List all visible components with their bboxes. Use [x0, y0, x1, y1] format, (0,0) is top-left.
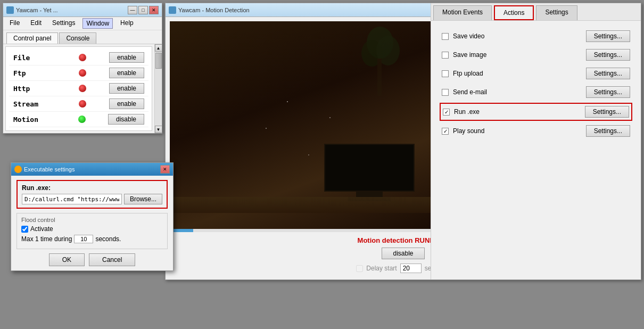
menu-file[interactable]: File — [6, 18, 23, 29]
run-exe-section-label: Run .exe: — [22, 184, 162, 192]
run-exe-section: Run .exe: Browse... — [16, 180, 168, 209]
service-motion: Motion disable — [9, 112, 148, 127]
camera-view — [170, 21, 431, 229]
menu-window[interactable]: Window — [82, 18, 113, 29]
win2-icon — [169, 6, 176, 14]
particle-1 — [287, 101, 288, 102]
run-exe-settings-button[interactable]: Settings... — [585, 106, 629, 118]
menu-edit[interactable]: Edit — [27, 18, 45, 29]
save-image-settings-button[interactable]: Settings... — [586, 49, 630, 61]
service-stream-name: Stream — [13, 100, 56, 108]
service-http-status — [79, 85, 86, 92]
action-run-exe: ✓ Run .exe Settings... — [440, 103, 632, 121]
run-exe-input[interactable] — [22, 194, 122, 204]
action-save-video: Save video Settings... — [440, 27, 632, 46]
ftp-upload-checkbox[interactable] — [442, 70, 449, 77]
play-sound-checkbox[interactable]: ✓ — [442, 128, 449, 135]
win1-scrollbar[interactable]: ▲ ▼ — [154, 44, 162, 133]
tab-console[interactable]: Console — [59, 32, 96, 44]
motion-detection-window: Yawcam - Motion Detection — □ ✕ — [165, 3, 641, 280]
exe-close-button[interactable]: ✕ — [160, 165, 170, 174]
scroll-up-arrow[interactable]: ▲ — [155, 44, 162, 52]
delay-checkbox[interactable] — [356, 265, 363, 272]
service-ftp-name: Ftp — [13, 69, 56, 77]
exe-action-buttons: OK Cancel — [16, 253, 168, 266]
exe-title-area: Executable settings — [14, 166, 75, 173]
ftp-upload-settings-button[interactable]: Settings... — [586, 68, 630, 79]
play-sound-settings-button[interactable]: Settings... — [586, 125, 630, 137]
send-email-settings-button[interactable]: Settings... — [586, 86, 630, 98]
action-send-email: Send e-mail Settings... — [440, 83, 632, 102]
run-exe-checkbox[interactable]: ✓ — [443, 109, 450, 116]
save-image-label: Save image — [453, 51, 582, 59]
service-ftp-status — [79, 69, 86, 77]
delay-input[interactable] — [400, 264, 422, 273]
service-ftp: Ftp enable — [9, 65, 148, 81]
service-http: Http enable — [9, 81, 148, 96]
action-ftp-upload: Ftp upload Settings... — [440, 64, 632, 83]
ok-button[interactable]: OK — [49, 253, 85, 266]
executable-settings-dialog: Executable settings ✕ Run .exe: Browse..… — [11, 162, 174, 271]
tab-settings[interactable]: Settings — [536, 5, 577, 20]
win1-menubar: File Edit Settings Window Help — [3, 17, 162, 30]
flood-control-label: Flood control — [21, 217, 163, 223]
svg-rect-3 — [377, 59, 382, 96]
browse-button[interactable]: Browse... — [124, 194, 162, 204]
flood-control-title-text: Flood control — [21, 217, 55, 223]
win2-title-area: Yawcam - Motion Detection — [169, 6, 250, 14]
desk-surface — [170, 197, 431, 213]
activate-checkbox[interactable] — [21, 226, 28, 233]
tab-actions[interactable]: Actions — [494, 5, 534, 20]
exe-icon — [14, 166, 22, 173]
delay-label: Delay start — [366, 265, 397, 272]
win1-icon — [6, 6, 14, 14]
save-image-checkbox[interactable] — [442, 52, 449, 59]
tab-control-panel[interactable]: Control panel — [6, 32, 58, 44]
disable-button[interactable]: disable — [382, 248, 424, 259]
service-file-name: File — [13, 54, 56, 62]
save-video-settings-button[interactable]: Settings... — [586, 30, 630, 42]
send-email-checkbox[interactable] — [442, 89, 449, 96]
max-label: Max 1 time during — [21, 235, 72, 243]
scroll-down-arrow[interactable]: ▼ — [155, 126, 162, 133]
service-http-name: Http — [13, 85, 56, 93]
service-ftp-button[interactable]: enable — [109, 68, 144, 78]
save-video-checkbox[interactable] — [442, 33, 449, 40]
particle-4 — [329, 117, 331, 118]
exe-titlebar: Executable settings ✕ — [11, 163, 173, 176]
service-motion-button[interactable]: disable — [108, 114, 144, 125]
tab-motion-events[interactable]: Motion Events — [433, 5, 492, 20]
win1-body: File enable Ftp enable Http enable Strea… — [3, 44, 162, 133]
win1-close-button[interactable]: ✕ — [149, 6, 159, 14]
particle-2 — [266, 128, 267, 129]
max-value-input[interactable] — [74, 235, 93, 243]
win1-minimize-button[interactable]: — — [128, 6, 137, 14]
flood-control-section: Flood control Activate Max 1 time during… — [16, 213, 168, 249]
win2-body: Motion detection RUNNING. disable Delay … — [166, 17, 641, 279]
monitor-silhouette — [324, 144, 415, 202]
max-time-row: Max 1 time during seconds. — [21, 235, 163, 243]
action-save-image: Save image Settings... — [440, 46, 632, 64]
cancel-button[interactable]: Cancel — [89, 253, 135, 266]
win1-title: Yawcam - Yet ... — [16, 7, 58, 13]
service-file: File enable — [9, 50, 148, 65]
win1-titlebar: Yawcam - Yet ... — □ ✕ — [3, 3, 162, 17]
particle-3 — [308, 154, 309, 155]
scroll-thumb[interactable] — [155, 53, 162, 69]
send-email-label: Send e-mail — [453, 88, 582, 96]
max-suffix: seconds. — [95, 235, 121, 243]
service-motion-status — [78, 116, 86, 123]
win1-maximize-button[interactable]: □ — [138, 6, 148, 14]
menu-settings[interactable]: Settings — [49, 18, 78, 29]
service-file-button[interactable]: enable — [109, 52, 144, 63]
service-http-button[interactable]: enable — [109, 83, 144, 94]
win1-controls: — □ ✕ — [128, 6, 159, 14]
right-tabs-bar: Motion Events Actions Settings — [431, 3, 641, 21]
control-panel-body: File enable Ftp enable Http enable Strea… — [5, 46, 152, 131]
services-list: File enable Ftp enable Http enable Strea… — [3, 44, 154, 133]
service-stream-button[interactable]: enable — [109, 98, 144, 109]
menu-help[interactable]: Help — [117, 18, 137, 29]
action-play-sound: ✓ Play sound Settings... — [440, 122, 632, 141]
win1-title-area: Yawcam - Yet ... — [6, 6, 58, 14]
exe-body: Run .exe: Browse... Flood control Activa… — [11, 176, 173, 270]
